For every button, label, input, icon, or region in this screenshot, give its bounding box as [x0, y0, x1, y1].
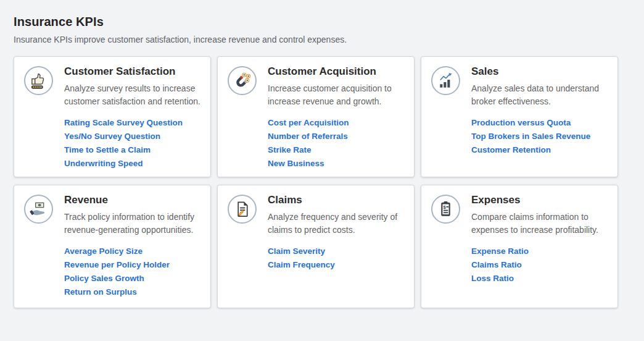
kpi-link-average-policy-size[interactable]: Average Policy Size [64, 245, 200, 258]
kpi-link-new-business[interactable]: New Business [268, 157, 404, 170]
kpi-link-claim-frequency[interactable]: Claim Frequency [268, 258, 404, 272]
card-description: Analyze survey results to increase custo… [64, 82, 200, 108]
card-title: Customer Satisfaction [64, 65, 200, 78]
kpi-card-expenses: $ Expenses Compare claims information to… [421, 185, 618, 308]
kpi-link-revenue-per-policy-holder[interactable]: Revenue per Policy Holder [64, 258, 200, 272]
card-link-list: Cost per Acquisition Number of Referrals… [268, 116, 404, 170]
kpi-link-policy-sales-growth[interactable]: Policy Sales Growth [64, 272, 200, 285]
kpi-link-underwriting-speed[interactable]: Underwriting Speed [64, 157, 200, 170]
card-title: Revenue [64, 194, 200, 206]
card-icon-circle [228, 66, 257, 95]
card-icon-circle [228, 195, 257, 224]
card-icon-circle [24, 195, 53, 224]
kpi-link-return-on-surplus[interactable]: Return on Surplus [64, 285, 200, 299]
kpi-link-loss-ratio[interactable]: Loss Ratio [471, 272, 608, 285]
kpi-link-customer-retention[interactable]: Customer Retention [471, 143, 608, 157]
card-title: Expenses [471, 194, 608, 206]
kpi-card-grid: Customer Satisfaction Analyze survey res… [14, 56, 618, 308]
bar-chart-trend-icon [436, 71, 455, 90]
hand-money-icon [29, 200, 48, 219]
kpi-card-sales: Sales Analyze sales data to understand b… [421, 56, 618, 177]
kpi-link-top-brokers-in-sales-revenue[interactable]: Top Brokers in Sales Revenue [471, 130, 608, 143]
card-description: Compare claims information to expenses t… [471, 211, 608, 237]
card-link-list: Expense Ratio Claims Ratio Loss Ratio [471, 245, 608, 285]
clipboard-dollar-icon: $ [436, 200, 455, 219]
magnet-icon [233, 71, 252, 90]
card-icon-circle [24, 66, 53, 95]
kpi-link-time-to-settle-a-claim[interactable]: Time to Settle a Claim [64, 143, 200, 157]
kpi-link-expense-ratio[interactable]: Expense Ratio [471, 245, 608, 258]
kpi-link-rating-scale-survey-question[interactable]: Rating Scale Survey Question [64, 116, 200, 130]
card-link-list: Claim Severity Claim Frequency [268, 245, 404, 272]
card-icon-circle: $ [431, 195, 460, 224]
card-description: Analyze sales data to understand broker … [471, 82, 608, 108]
kpi-link-number-of-referrals[interactable]: Number of Referrals [268, 130, 404, 143]
document-pencil-icon [233, 200, 252, 219]
card-description: Analyze frequency and severity of claims… [268, 211, 404, 237]
card-title: Customer Acquisition [268, 65, 404, 78]
kpi-link-yes-no-survey-question[interactable]: Yes/No Survey Question [64, 130, 200, 143]
card-description: Track policy information to identify rev… [64, 211, 200, 237]
kpi-link-cost-per-acquisition[interactable]: Cost per Acquisition [268, 116, 404, 130]
kpi-link-claims-ratio[interactable]: Claims Ratio [471, 258, 608, 272]
page-subtitle: Insurance KPIs improve customer satisfac… [14, 35, 632, 44]
kpi-card-customer-acquisition: Customer Acquisition Increase customer a… [217, 56, 415, 177]
page-title: Insurance KPIs [14, 15, 632, 29]
kpi-card-claims: Claims Analyze frequency and severity of… [217, 185, 415, 308]
card-icon-circle [431, 66, 460, 95]
card-description: Increase customer acquisition to increas… [268, 82, 404, 108]
kpi-link-strike-rate[interactable]: Strike Rate [268, 143, 404, 157]
card-title: Sales [471, 65, 608, 78]
thumbs-up-rating-icon [29, 71, 48, 90]
kpi-card-revenue: Revenue Track policy information to iden… [14, 185, 211, 308]
kpi-link-production-versus-quota[interactable]: Production versus Quota [471, 116, 608, 130]
card-link-list: Rating Scale Survey Question Yes/No Surv… [64, 116, 200, 170]
kpi-card-customer-satisfaction: Customer Satisfaction Analyze survey res… [14, 56, 211, 177]
kpi-link-claim-severity[interactable]: Claim Severity [268, 245, 404, 258]
svg-text:$: $ [443, 204, 446, 210]
card-title: Claims [268, 194, 404, 206]
card-link-list: Production versus Quota Top Brokers in S… [471, 116, 608, 157]
card-link-list: Average Policy Size Revenue per Policy H… [64, 245, 200, 299]
